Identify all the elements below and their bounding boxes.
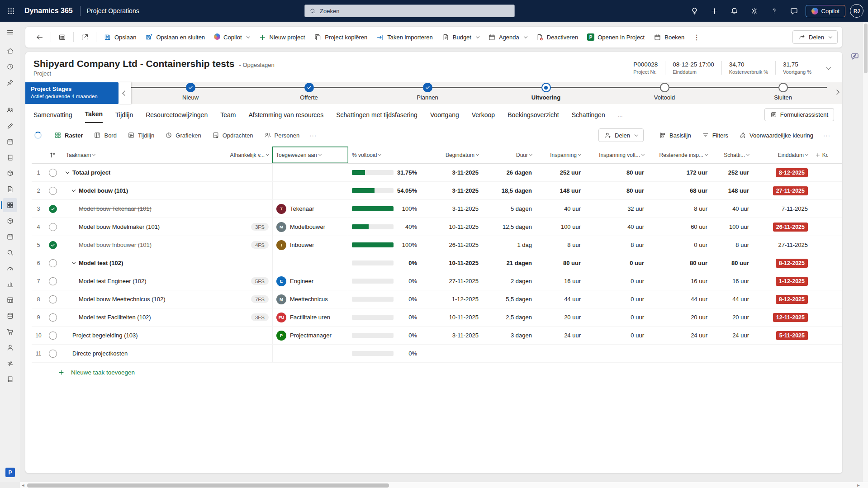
assignee-name[interactable]: Factilitaire uren [290,314,330,321]
task-complete-toggle[interactable] [49,205,57,213]
assignee-avatar[interactable]: FU [276,313,286,322]
task-row[interactable]: 11Directe projectkosten0% [32,345,842,363]
bpf-stage-chip[interactable]: Project Stages Actief gedurende 4 maande… [25,82,119,104]
view-tijdlijn-button[interactable]: Tijdlijn [123,129,159,142]
task-complete-toggle[interactable] [49,241,57,249]
feedback-button[interactable] [786,2,803,19]
dependency-pill[interactable]: 5FS [251,277,269,285]
column-header-effdone[interactable]: Inspanning volt... [584,147,648,163]
task-row[interactable]: 3Model bouw Tekenaar (101)TTekenaar100%3… [32,200,842,218]
column-header-start[interactable]: Begindatum [425,147,482,163]
view-personen-button[interactable]: Personen [260,129,304,142]
sidebar-item-knowledge[interactable] [3,151,17,165]
bpf-stage-plannen[interactable]: Plannen [368,82,487,104]
sidebar-item-contacts[interactable] [3,341,17,355]
show-as-button[interactable] [54,30,70,44]
new-project-button[interactable]: Nieuw project [255,30,309,44]
sidebar-item-home[interactable] [3,44,17,58]
view-bord-button[interactable]: Bord [89,129,121,142]
tab-schattingen[interactable]: Schattingen [572,111,605,123]
back-button[interactable] [32,30,47,44]
sidebar-item-insights[interactable] [3,277,17,291]
column-header-eff[interactable]: Inspanning [536,147,584,163]
sidebar-item-documents[interactable] [3,182,17,196]
task-row[interactable]: 4Model bouw Modelmaker (101)3FSMModelbou… [32,218,842,236]
tab-afstemming-van-resources[interactable]: Afstemming van resources [248,111,323,123]
view-grafieken-button[interactable]: Grafieken [161,129,205,142]
task-row[interactable]: 2Model bouw (101)54.05%3-11-202518,5 dag… [32,182,842,200]
assignee-avatar[interactable]: P [276,331,286,341]
tab-tijdlijn[interactable]: Tijdlijn [115,111,133,123]
assignee-avatar[interactable]: I [276,240,286,250]
dependency-pill[interactable]: 4FS [251,241,269,249]
task-name[interactable]: Model bouw (101) [79,187,128,194]
task-name[interactable]: Totaal project [72,169,110,176]
assignee-name[interactable]: Inbouwer [290,242,314,248]
sidebar-item-bookings[interactable] [3,230,17,244]
global-search-box[interactable]: Zoeken [304,5,515,17]
dependency-pill[interactable]: 3FS [251,313,269,321]
assignee-name[interactable]: Projectmanager [290,332,332,339]
tab-schattingen-met-tijdsfasering[interactable]: Schattingen met tijdsfasering [336,111,417,123]
task-complete-toggle[interactable] [49,313,57,322]
agenda-button[interactable]: Agenda [484,30,531,44]
copy-project-button[interactable]: Project kopiëren [310,30,371,44]
settings-button[interactable] [746,2,763,19]
nav-menu-button[interactable] [3,25,17,39]
sidebar-item-projects[interactable] [3,198,17,212]
tab-boekingsoverzicht[interactable]: Boekingsoverzicht [508,111,559,123]
task-row[interactable]: 6Model test (102)0%10-11-202521 dagen80 … [32,254,842,272]
assignee-name[interactable]: Engineer [290,278,313,284]
task-row[interactable]: 1Totaal project31.75%3-11-202526 dagen25… [32,164,842,182]
task-name[interactable]: Model bouw Tekenaar (101) [79,205,152,212]
task-complete-toggle[interactable] [49,259,57,267]
task-name[interactable]: Project begeleiding (103) [72,332,138,339]
horizontal-scrollbar[interactable]: ◄ ► [20,482,868,488]
save-button[interactable]: Opslaan [100,30,140,44]
toolbar-overflow-button[interactable]: ··· [820,130,834,141]
task-name[interactable]: Model bouw Modelmaker (101) [79,223,160,230]
copilot-menu-button[interactable]: Copilot [210,30,253,44]
column-header-dur[interactable]: Duur [482,147,536,163]
sidebar-item-pinned[interactable] [3,76,17,90]
bpf-scroll-left-button[interactable] [119,82,131,104]
task-row[interactable]: 5Model bouw Inbouwer (101)4FSIInbouwer10… [32,236,842,254]
tabs-overflow-button[interactable]: ... [618,112,623,123]
scroll-left-arrow[interactable]: ◄ [20,483,26,488]
column-header-pct[interactable]: % voltooid [348,147,425,163]
open-in-project-button[interactable]: POpenen in Project [583,30,649,44]
add-task-row[interactable]: Nieuwe taak toevoegen [32,363,842,382]
tab-resourcetoewijzingen[interactable]: Resourcetoewijzingen [146,111,208,123]
bpf-stage-voltooid[interactable]: Voltooid [605,82,724,104]
share-button[interactable]: Delen [792,30,838,44]
collapse-caret-icon[interactable] [66,170,69,174]
task-name[interactable]: Model test Engineer (102) [79,278,147,284]
popout-button[interactable] [77,30,93,44]
task-complete-toggle[interactable] [49,169,57,177]
tab-taken[interactable]: Taken [85,110,103,123]
add-column-button[interactable]: Ko [811,147,831,163]
sidebar-item-resource-search[interactable] [3,246,17,260]
sidebar-item-journals[interactable] [3,119,17,133]
bpf-stage-sluiten[interactable]: Sluiten [724,82,842,104]
help-button[interactable] [766,2,783,19]
assignee-name[interactable]: Tekenaar [290,205,314,212]
collapse-caret-icon[interactable] [72,261,76,264]
form-feedback-button[interactable] [848,50,862,63]
assignee-avatar[interactable]: T [276,204,286,214]
column-header-assign[interactable]: Toegewezen aan [272,147,348,163]
save-close-button[interactable]: Opslaan en sluiten [141,30,209,44]
app-launcher-icon[interactable] [0,0,22,22]
vertical-scrollbar[interactable] [862,22,868,482]
tab-voortgang[interactable]: Voortgang [430,111,459,123]
sidebar-item-utilization[interactable] [3,261,17,275]
tab-team[interactable]: Team [220,111,236,123]
task-complete-toggle[interactable] [49,295,57,303]
add-task-link[interactable]: Nieuwe taak toevoegen [71,369,135,376]
sidebar-item-products[interactable] [3,166,17,180]
task-name[interactable]: Model bouw Meettechnicus (102) [79,296,166,303]
task-complete-toggle[interactable] [49,187,57,195]
task-complete-toggle[interactable] [49,277,57,285]
task-row[interactable]: 8Model bouw Meettechnicus (102)7FSMMeett… [32,290,842,308]
bpf-stage-offerte[interactable]: Offerte [250,82,368,104]
